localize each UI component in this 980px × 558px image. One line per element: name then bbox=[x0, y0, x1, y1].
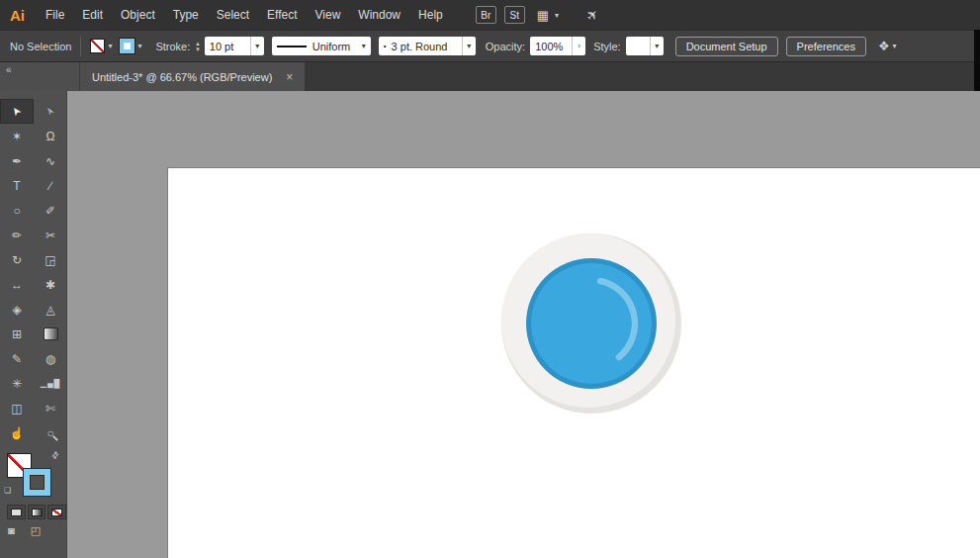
none-button[interactable] bbox=[47, 505, 66, 519]
perspective-grid-tool[interactable]: ◬ bbox=[34, 297, 67, 322]
tool-glyph: ✎ bbox=[12, 353, 22, 365]
gradient-swatch-icon bbox=[44, 327, 58, 340]
opacity-panel-icon[interactable]: › bbox=[572, 37, 585, 55]
stroke-swatch[interactable] bbox=[24, 469, 50, 496]
tool-glyph: ✳ bbox=[12, 378, 22, 390]
slice-tool[interactable]: ✄ bbox=[34, 396, 67, 420]
control-bar: No Selection ▾ ▾ Stroke: ▴ ▾ 10 pt ▾ Uni… bbox=[0, 30, 980, 62]
gradient-icon bbox=[32, 509, 43, 516]
mesh-tool[interactable]: ⊞ bbox=[0, 322, 34, 346]
stock-button[interactable]: St bbox=[504, 6, 525, 24]
width-tool[interactable]: ↔ bbox=[0, 272, 34, 297]
rotate-tool[interactable]: ↻ bbox=[0, 247, 34, 272]
stroke-weight-dropdown[interactable]: 10 pt ▾ bbox=[205, 37, 264, 55]
menu-help[interactable]: Help bbox=[409, 8, 452, 22]
column-graph-tool[interactable]: ▁▄█ bbox=[34, 371, 67, 396]
pencil-tool[interactable]: ✏ bbox=[0, 223, 34, 247]
menu-edit[interactable]: Edit bbox=[73, 8, 112, 22]
menu-object[interactable]: Object bbox=[112, 8, 164, 22]
screen-mode-icon[interactable]: ◰ bbox=[31, 524, 41, 537]
menu-select[interactable]: Select bbox=[208, 8, 258, 22]
lasso-tool[interactable]: Ω bbox=[34, 124, 67, 148]
menu-file[interactable]: File bbox=[37, 8, 73, 22]
tool-glyph: ∕ bbox=[49, 180, 51, 192]
paintbrush-tool[interactable]: ✐ bbox=[34, 198, 67, 223]
chevron-down-icon[interactable]: ▾ bbox=[650, 37, 664, 55]
scale-tool[interactable]: ◲ bbox=[34, 247, 67, 272]
free-transform-tool[interactable]: ✱ bbox=[34, 272, 67, 297]
menu-type[interactable]: Type bbox=[164, 8, 208, 22]
fill-color-swatch[interactable] bbox=[90, 39, 105, 53]
stroke-color-swatch[interactable] bbox=[120, 39, 134, 53]
hand-tool[interactable]: ☝ bbox=[0, 420, 34, 445]
tool-glyph: ▁▄█ bbox=[41, 380, 61, 388]
transform-widget-icon: ❖ bbox=[878, 39, 890, 53]
width-profile-dropdown[interactable]: Uniform ▾ bbox=[272, 37, 371, 55]
tool-glyph: ✱ bbox=[45, 279, 55, 291]
collapse-panel-icon[interactable]: « bbox=[6, 64, 12, 75]
arrange-documents-dropdown[interactable]: ▦ ▾ bbox=[537, 8, 559, 23]
style-dropdown[interactable]: ▾ bbox=[626, 37, 664, 55]
drawing-modes: ◙ ◰ bbox=[0, 524, 66, 537]
line-segment-tool[interactable]: ∕ bbox=[34, 173, 67, 198]
opacity-field[interactable]: 100% › bbox=[530, 37, 585, 55]
tab-bar: « Untitled-3* @ 66.67% (RGB/Preview) × bbox=[0, 62, 980, 91]
document-tab[interactable]: Untitled-3* @ 66.67% (RGB/Preview) × bbox=[79, 62, 305, 91]
tool-glyph: ↻ bbox=[12, 254, 22, 266]
default-fill-stroke-icon[interactable]: ❏ bbox=[4, 486, 11, 495]
menu-window[interactable]: Window bbox=[349, 8, 409, 22]
chevron-down-icon[interactable]: ▾ bbox=[108, 42, 112, 50]
stroke-weight-value: 10 pt bbox=[210, 41, 233, 52]
tool-glyph: Ω bbox=[46, 131, 55, 142]
tool-grid: ➤ ➢ ✶ Ω ✒ ∿ T ∕ ○ ✐ ✏ ✂ ↻ ◲ ↔ ✱ ◈ ◬ ⊞ ✎ bbox=[0, 99, 66, 445]
curvature-tool[interactable]: ∿ bbox=[34, 148, 67, 173]
preferences-button[interactable]: Preferences bbox=[786, 37, 866, 56]
pasteboard[interactable] bbox=[67, 91, 980, 558]
tool-glyph: ◈ bbox=[12, 304, 21, 316]
artboard-tool[interactable]: ◫ bbox=[0, 396, 34, 420]
swap-fill-stroke-icon[interactable]: ⇄ bbox=[49, 449, 61, 461]
chevron-down-icon[interactable]: ▾ bbox=[250, 37, 264, 55]
stroke-profile-line bbox=[277, 46, 307, 47]
chevron-down-icon[interactable]: ▾ bbox=[462, 37, 476, 55]
gpu-performance-icon[interactable]: ✈ bbox=[582, 5, 602, 25]
menu-view[interactable]: View bbox=[307, 8, 350, 22]
width-profile-value: Uniform bbox=[312, 41, 351, 52]
tool-glyph: ◍ bbox=[45, 353, 55, 365]
shape-builder-tool[interactable]: ◈ bbox=[0, 297, 34, 322]
eyedropper-tool[interactable]: ✎ bbox=[0, 346, 34, 371]
document-setup-button[interactable]: Document Setup bbox=[675, 37, 778, 56]
brush-definition-dropdown[interactable]: • 3 pt. Round ▾ bbox=[379, 37, 476, 55]
chevron-down-icon[interactable]: ▾ bbox=[137, 42, 141, 50]
direct-selection-tool[interactable]: ➢ bbox=[34, 99, 67, 124]
scissors-tool[interactable]: ✂ bbox=[34, 223, 67, 247]
zoom-tool[interactable]: ○ bbox=[34, 420, 67, 445]
symbol-sprayer-tool[interactable]: ✳ bbox=[0, 371, 34, 396]
ellipse-tool[interactable]: ○ bbox=[0, 198, 34, 223]
fill-stroke-widget: ⇄ ❏ bbox=[0, 450, 66, 502]
magic-wand-tool[interactable]: ✶ bbox=[0, 124, 34, 148]
close-tab-icon[interactable]: × bbox=[286, 70, 293, 84]
artboard[interactable] bbox=[168, 168, 980, 558]
separator bbox=[80, 37, 81, 56]
transform-reference-widget[interactable]: ❖ ▾ bbox=[878, 39, 897, 53]
selection-tool[interactable]: ➤ bbox=[0, 99, 34, 124]
circle-artwork[interactable] bbox=[168, 168, 980, 558]
color-swatch-icon bbox=[11, 509, 22, 516]
gradient-button[interactable] bbox=[28, 505, 46, 519]
right-edge-strip bbox=[974, 30, 980, 91]
stroke-weight-stepper[interactable]: ▴ ▾ bbox=[196, 41, 200, 52]
draw-normal-icon[interactable]: ◙ bbox=[8, 524, 15, 537]
type-tool[interactable]: T bbox=[0, 173, 34, 198]
selection-status: No Selection bbox=[10, 41, 71, 52]
gradient-tool[interactable] bbox=[34, 322, 67, 346]
blend-tool[interactable]: ◍ bbox=[34, 346, 67, 371]
bridge-button[interactable]: Br bbox=[476, 6, 496, 24]
color-button[interactable] bbox=[7, 505, 26, 519]
tool-glyph: ➤ bbox=[10, 105, 24, 119]
menu-effect[interactable]: Effect bbox=[258, 8, 306, 22]
pen-tool[interactable]: ✒ bbox=[0, 148, 34, 173]
tool-glyph: ✶ bbox=[12, 131, 22, 142]
stepper-down-icon[interactable]: ▾ bbox=[196, 46, 200, 52]
tool-glyph: T bbox=[13, 180, 20, 192]
